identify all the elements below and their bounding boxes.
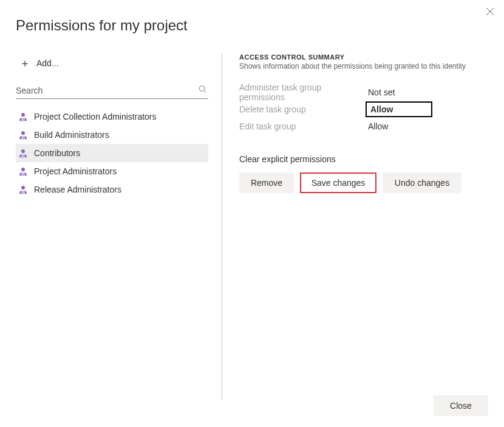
group-item-label: Release Administrators [34, 185, 121, 194]
group-item-project-administrators[interactable]: Project Administrators [16, 162, 208, 180]
group-icon [18, 148, 28, 158]
search-field-wrap [16, 83, 208, 99]
svg-point-2 [199, 86, 205, 91]
undo-changes-button[interactable]: Undo changes [383, 173, 461, 193]
close-icon[interactable] [486, 7, 495, 17]
search-input[interactable] [16, 86, 208, 95]
close-button[interactable]: Close [434, 395, 488, 416]
group-item-label: Project Administrators [34, 166, 117, 176]
svg-point-9 [21, 154, 25, 158]
access-control-summary-subtitle: Shows information about the permissions … [239, 62, 487, 70]
group-item-build-administrators[interactable]: Build Administrators [16, 126, 208, 144]
group-icon [18, 112, 28, 121]
remove-button[interactable]: Remove [239, 173, 294, 193]
permission-label: Administer task group permissions [239, 83, 366, 102]
group-item-release-administrators[interactable]: Release Administrators [16, 180, 208, 199]
search-icon [199, 85, 207, 94]
add-button-label: Add... [36, 58, 59, 68]
group-item-project-collection-administrators[interactable]: Project Collection Administrators [16, 108, 208, 126]
permission-label: Delete task group [239, 104, 366, 114]
group-item-label: Project Collection Administrators [34, 112, 157, 121]
button-row: Remove Save changes Undo changes [239, 173, 487, 193]
group-icon [18, 130, 28, 140]
add-button[interactable]: ＋ Add... [16, 53, 208, 73]
svg-point-8 [21, 149, 25, 153]
group-item-contributors[interactable]: Contributors [16, 144, 208, 162]
permission-label: Edit task group [239, 121, 366, 131]
footer: Close [434, 395, 488, 416]
permission-rows: Administer task group permissions Not se… [239, 84, 487, 135]
group-icon [18, 185, 28, 194]
clear-explicit-permissions-label: Clear explicit permissions [239, 154, 487, 164]
svg-point-12 [21, 186, 25, 190]
group-icon [18, 166, 28, 176]
permission-select[interactable]: Allow [366, 101, 432, 117]
left-panel: ＋ Add... Project Collection Administrato… [0, 53, 222, 400]
save-changes-button[interactable]: Save changes [300, 173, 376, 193]
group-item-label: Contributors [34, 148, 80, 158]
plus-icon: ＋ [19, 56, 30, 70]
group-item-label: Build Administrators [34, 130, 109, 140]
svg-point-11 [21, 173, 25, 176]
svg-line-3 [204, 91, 206, 92]
access-control-summary-heading: ACCESS CONTROL SUMMARY [239, 53, 487, 61]
svg-point-13 [21, 191, 25, 194]
permission-row-administer: Administer task group permissions Not se… [239, 84, 487, 101]
permission-row-delete: Delete task group Allow [239, 101, 487, 118]
right-panel: ACCESS CONTROL SUMMARY Shows information… [222, 53, 504, 400]
svg-point-7 [21, 136, 25, 140]
page-title: Permissions for my project [0, 0, 504, 34]
group-list: Project Collection Administrators Build … [16, 108, 208, 199]
svg-point-4 [21, 113, 25, 117]
permission-value[interactable]: Not set [366, 87, 397, 97]
permission-value[interactable]: Allow [366, 121, 390, 131]
svg-point-6 [21, 131, 25, 135]
svg-point-10 [21, 168, 25, 171]
permission-row-edit: Edit task group Allow [239, 118, 487, 135]
svg-point-5 [21, 118, 25, 121]
